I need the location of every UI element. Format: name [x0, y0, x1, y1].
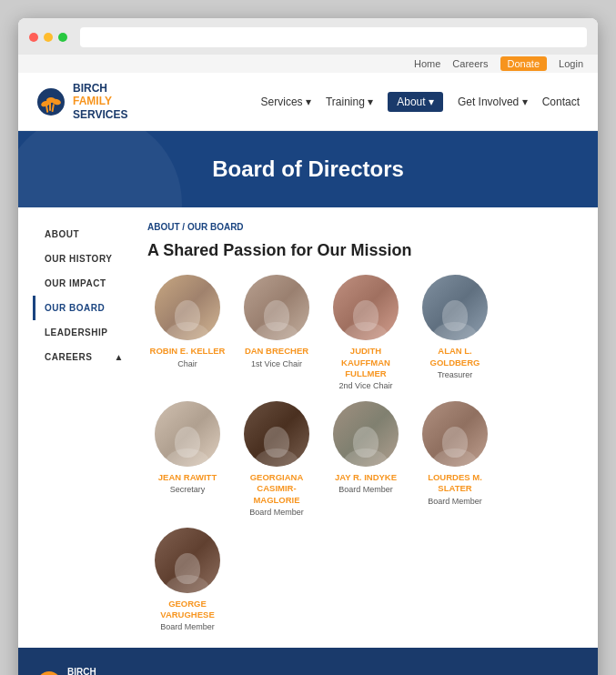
board-member-dan: DAN BRECHER 1st Vice Chair	[237, 275, 317, 392]
birch-logo-icon	[36, 87, 66, 116]
board-member-name-lourdes: LOURDES M. SLATER	[415, 472, 495, 495]
board-member-role-jay: Board Member	[326, 485, 406, 496]
breadcrumb-current: OUR BOARD	[187, 222, 244, 232]
board-member-role-jean: Secretary	[147, 485, 227, 496]
nav-about[interactable]: About ▾	[388, 92, 443, 112]
page-hero: Board of Directors	[18, 131, 598, 207]
sidebar-item-about[interactable]: ABOUT	[33, 222, 133, 247]
board-member-name-george: GEORGE VARUGHESE	[147, 599, 227, 621]
donate-button[interactable]: Donate	[500, 56, 547, 71]
board-member-george: GEORGE VARUGHESE Board Member	[147, 528, 227, 633]
close-dot[interactable]	[29, 33, 38, 42]
board-member-photo-george	[155, 528, 220, 593]
board-member-photo-lourdes	[422, 401, 488, 467]
minimize-dot[interactable]	[44, 33, 53, 42]
browser-window: Home Careers Donate Login BIRCH FAMILY	[18, 18, 598, 675]
sidebar-item-board[interactable]: OUR BOARD	[33, 296, 133, 320]
board-member-role-judith: 2nd Vice Chair	[326, 381, 406, 392]
board-member-name-alan: ALAN L. GOLDBERG	[415, 346, 495, 368]
sidebar-item-careers[interactable]: CAREERS ▲	[33, 345, 133, 369]
logo-text: BIRCH FAMILY SERVICES	[73, 82, 127, 121]
board-member-photo-georgiana	[244, 401, 309, 467]
board-member-photo-jay	[333, 401, 399, 467]
board-member-name-robin: ROBIN E. KELLER	[147, 346, 227, 357]
main-nav: Services ▾ Training ▾ About ▾ Get Involv…	[261, 92, 580, 112]
board-member-jean: JEAN RAWITT Secretary	[147, 401, 227, 519]
board-member-role-george: Board Member	[147, 622, 227, 633]
board-member-role-dan: 1st Vice Chair	[237, 359, 317, 370]
page-title: Board of Directors	[36, 156, 580, 182]
board-member-robin: ROBIN E. KELLER Chair	[147, 275, 227, 392]
footer-logo-icon	[36, 670, 62, 675]
board-member-role-robin: Chair	[147, 359, 227, 370]
board-members-grid: ROBIN E. KELLER Chair DAN BRECHER 1st Vi…	[147, 275, 583, 633]
svg-point-7	[37, 671, 61, 675]
chevron-up-icon: ▲	[115, 352, 124, 362]
board-member-photo-dan	[244, 275, 309, 340]
sidebar-item-impact[interactable]: OUR IMPACT	[33, 271, 133, 296]
logo: BIRCH FAMILY SERVICES	[36, 82, 127, 121]
utility-bar: Home Careers Donate Login	[18, 55, 598, 73]
main-content: ABOUT / OUR BOARD A Shared Passion for O…	[147, 222, 583, 633]
board-member-photo-jean	[155, 401, 220, 467]
board-member-alan: ALAN L. GOLDBERG Treasurer	[415, 275, 495, 392]
board-member-judith: JUDITH KAUFFMAN FULLMER 2nd Vice Chair	[326, 275, 406, 392]
browser-chrome	[18, 18, 598, 55]
sidebar-item-leadership[interactable]: LEADERSHIP	[33, 320, 133, 345]
login-link[interactable]: Login	[559, 58, 583, 69]
nav-services[interactable]: Services ▾	[261, 96, 311, 108]
site-footer: BIRCH FAMILY SERVICES ABOUT US Birch Fam…	[18, 648, 598, 675]
home-link[interactable]: Home	[414, 58, 440, 69]
board-member-jay: JAY R. INDYKE Board Member	[326, 401, 406, 519]
board-member-name-dan: DAN BRECHER	[237, 346, 317, 357]
nav-contact[interactable]: Contact	[542, 96, 580, 108]
breadcrumb: ABOUT / OUR BOARD	[147, 222, 583, 232]
section-title: A Shared Passion for Our Mission	[147, 241, 583, 260]
nav-get-involved[interactable]: Get Involved ▾	[458, 96, 528, 108]
nav-training[interactable]: Training ▾	[326, 96, 373, 108]
board-member-name-jean: JEAN RAWITT	[147, 472, 227, 483]
board-member-role-georgiana: Board Member	[237, 508, 317, 519]
board-member-georgiana: GEORGIANA CASIMIR-MAGLORIE Board Member	[237, 401, 317, 519]
address-bar[interactable]	[80, 27, 587, 47]
site-header: BIRCH FAMILY SERVICES Services ▾ Trainin…	[18, 73, 598, 131]
board-member-photo-robin	[155, 275, 220, 340]
sidebar-item-history[interactable]: OUR HISTORY	[33, 247, 133, 271]
board-member-photo-judith	[333, 275, 399, 340]
content-wrapper: ABOUT OUR HISTORY OUR IMPACT OUR BOARD L…	[18, 207, 598, 648]
maximize-dot[interactable]	[58, 33, 67, 42]
sidebar: ABOUT OUR HISTORY OUR IMPACT OUR BOARD L…	[33, 222, 133, 633]
careers-link[interactable]: Careers	[452, 58, 488, 69]
board-member-role-lourdes: Board Member	[415, 497, 495, 508]
board-member-name-georgiana: GEORGIANA CASIMIR-MAGLORIE	[237, 472, 317, 506]
board-member-name-judith: JUDITH KAUFFMAN FULLMER	[326, 346, 406, 379]
board-member-role-alan: Treasurer	[415, 370, 495, 381]
board-member-lourdes: LOURDES M. SLATER Board Member	[415, 401, 495, 519]
board-member-photo-alan	[422, 275, 488, 340]
board-member-name-jay: JAY R. INDYKE	[326, 472, 406, 483]
footer-logo: BIRCH FAMILY SERVICES	[36, 666, 580, 675]
footer-logo-text: BIRCH FAMILY SERVICES	[67, 666, 113, 675]
